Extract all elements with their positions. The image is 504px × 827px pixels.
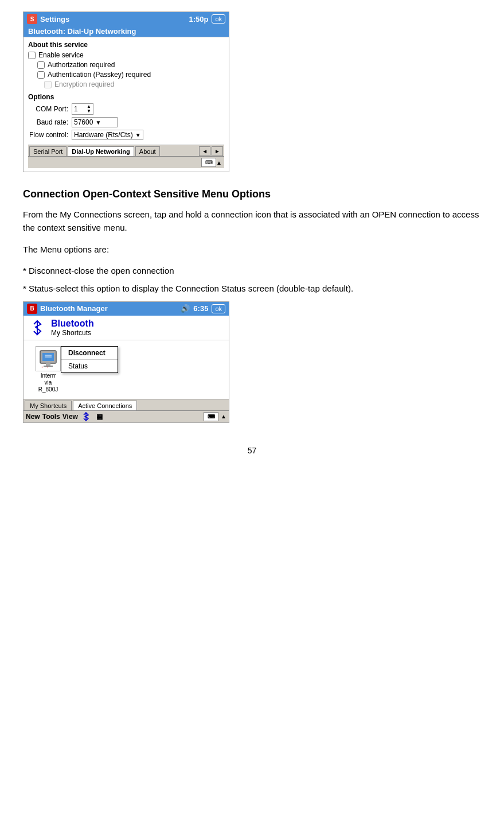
title-bar: S Settings 1:50p ok [24, 12, 229, 26]
bt-title-main: Bluetooth [51, 319, 94, 329]
arrow-up: ▲ [216, 160, 222, 166]
context-menu: Disconnect Status [61, 346, 118, 373]
bluetooth-symbol [29, 320, 45, 336]
bt-manager-title: Bluetooth Manager [40, 304, 108, 313]
bt-tab-bar: My Shortcuts Active Connections [24, 399, 229, 410]
paragraph2: The Menu options are: [23, 243, 481, 257]
ok-button[interactable]: ok [212, 14, 225, 24]
about-label: About this service [28, 41, 224, 49]
tab-bar: Serial Port Dial-Up Networking About ◄ ► [28, 145, 224, 156]
tab-my-shortcuts[interactable]: My Shortcuts [25, 401, 72, 410]
checkbox-authentication-input[interactable] [37, 71, 45, 79]
page-number: 57 [23, 446, 481, 455]
toolbar-kbd-icon[interactable]: ⌨ [204, 412, 218, 421]
svg-text:→→: →→ [40, 364, 49, 369]
bt-ok-button[interactable]: ok [212, 304, 225, 313]
bt-header-left: B Bluetooth Manager [27, 304, 108, 314]
checkbox-authentication[interactable]: Authentication (Passkey) required [37, 71, 224, 79]
tab-nav-next[interactable]: ► [212, 146, 223, 156]
flow-control-arrow: ▼ [135, 132, 141, 138]
tab-nav-prev[interactable]: ◄ [199, 146, 210, 156]
tab-active-connections[interactable]: Active Connections [73, 401, 137, 410]
subtitle-text: Bluetooth: Dial-Up Networking [28, 27, 136, 36]
bt-device-label: InterrrviaR_800J [38, 372, 58, 393]
bt-toolbar: New Tools View ▦ ⌨ ▲ [24, 410, 229, 422]
device-svg: →→ [38, 348, 58, 369]
title-bar-left: S Settings [27, 14, 69, 24]
tab-my-shortcuts-label: My Shortcuts [30, 402, 67, 409]
bt-title-text: Bluetooth My Shortcuts [51, 319, 94, 337]
paragraph1: From the My Connections screen, tap and … [23, 208, 481, 234]
tab-dialup-networking-label: Dial-Up Networking [72, 148, 130, 155]
checkbox-authorization-input[interactable] [37, 61, 45, 69]
bt-time: 6:35 [193, 304, 208, 313]
checkbox-enable-service-label: Enable service [38, 51, 84, 59]
keyboard-icon[interactable]: ⌨ [201, 158, 216, 167]
tab-about[interactable]: About [135, 146, 160, 156]
com-port-row: COM Port: 1 ▲ ▼ [28, 103, 224, 115]
checkbox-encryption-label: Encryption required [54, 80, 114, 88]
disconnect-label: Disconnect [68, 349, 106, 357]
baud-rate-label: Baud rate: [28, 118, 68, 126]
subtitle-bar: Bluetooth: Dial-Up Networking [24, 26, 229, 37]
title-bar-right: 1:50p ok [189, 14, 225, 24]
tab-active-connections-label: Active Connections [78, 402, 132, 409]
bt-title-sub: My Shortcuts [51, 329, 94, 337]
bt-title-bar: B Bluetooth Manager 🔊 6:35 ok [24, 302, 229, 316]
flow-control-dropdown[interactable]: Hardware (Rts/Cts) ▼ [72, 130, 143, 140]
tab-about-label: About [139, 148, 156, 155]
title-bar-time: 1:50p [189, 15, 208, 24]
checkbox-authentication-label: Authentication (Passkey) required [48, 71, 151, 79]
tab-serial-port-label: Serial Port [33, 148, 62, 155]
toolbar-bt-svg [81, 412, 91, 421]
tab-serial-port[interactable]: Serial Port [29, 146, 67, 156]
bluetooth-manager-screenshot: B Bluetooth Manager 🔊 6:35 ok Bluetooth … [23, 301, 229, 423]
spinbox-arrows[interactable]: ▲ ▼ [87, 104, 91, 114]
bt-title-row: Bluetooth My Shortcuts [24, 316, 229, 340]
bottom-bar: ⌨ ▲ [28, 156, 224, 168]
checkbox-authorization-label: Authorization required [48, 61, 115, 69]
options-label: Options [28, 93, 224, 101]
tab-dialup-networking[interactable]: Dial-Up Networking [68, 146, 134, 156]
baud-rate-arrow: ▼ [95, 119, 101, 126]
screen-content: About this service Enable service Author… [24, 37, 229, 172]
bt-device-icon[interactable]: →→ [36, 346, 61, 371]
tab-nav: ◄ ► [199, 146, 223, 156]
options-section: Options COM Port: 1 ▲ ▼ Baud rate: 57600… [28, 93, 224, 140]
toolbar-grid-icon[interactable]: ▦ [94, 412, 106, 421]
checkbox-enable-service-input[interactable] [28, 52, 36, 59]
checkbox-encryption-input [44, 81, 52, 88]
bluetooth-logo [28, 319, 46, 337]
baud-rate-row: Baud rate: 57600 ▼ [28, 117, 224, 127]
bt-volume-icon: 🔊 [181, 304, 190, 313]
toolbar-bt-icon[interactable] [80, 412, 92, 421]
settings-icon: S [27, 14, 37, 24]
status-label: Status [68, 362, 88, 370]
context-menu-disconnect[interactable]: Disconnect [61, 347, 118, 359]
flow-control-label: Flow control: [28, 131, 68, 139]
section-heading: Connection Open-Context Sensitive Menu O… [23, 188, 481, 200]
com-port-value: 1 [74, 105, 78, 113]
bt-header-right: 🔊 6:35 ok [181, 304, 225, 313]
toolbar-arrow-up: ▲ [221, 413, 226, 420]
toolbar-tools[interactable]: Tools [42, 413, 60, 421]
checkbox-authorization[interactable]: Authorization required [37, 61, 224, 69]
com-port-label: COM Port: [28, 105, 68, 113]
baud-rate-value: 57600 [74, 118, 93, 126]
menu-item-status: * Status-select this option to display t… [23, 284, 481, 293]
checkbox-encryption: Encryption required [44, 80, 224, 88]
toolbar-view[interactable]: View [62, 413, 78, 421]
baud-rate-dropdown[interactable]: 57600 ▼ [72, 117, 118, 127]
settings-screenshot: S Settings 1:50p ok Bluetooth: Dial-Up N… [23, 11, 229, 172]
com-port-spinbox[interactable]: 1 ▲ ▼ [72, 103, 93, 115]
bt-manager-icon: B [27, 304, 37, 314]
checkbox-enable-service[interactable]: Enable service [28, 51, 224, 59]
spin-down[interactable]: ▼ [87, 109, 91, 114]
flow-control-row: Flow control: Hardware (Rts/Cts) ▼ [28, 130, 224, 140]
toolbar-new[interactable]: New [26, 413, 40, 421]
title-bar-title: Settings [40, 15, 69, 24]
flow-control-value: Hardware (Rts/Cts) [74, 131, 133, 139]
bt-content: →→ InterrrviaR_800J Disconnect Status [24, 340, 229, 399]
context-menu-status[interactable]: Status [61, 360, 118, 372]
menu-item-disconnect: * Disconnect-close the open connection [23, 266, 481, 275]
